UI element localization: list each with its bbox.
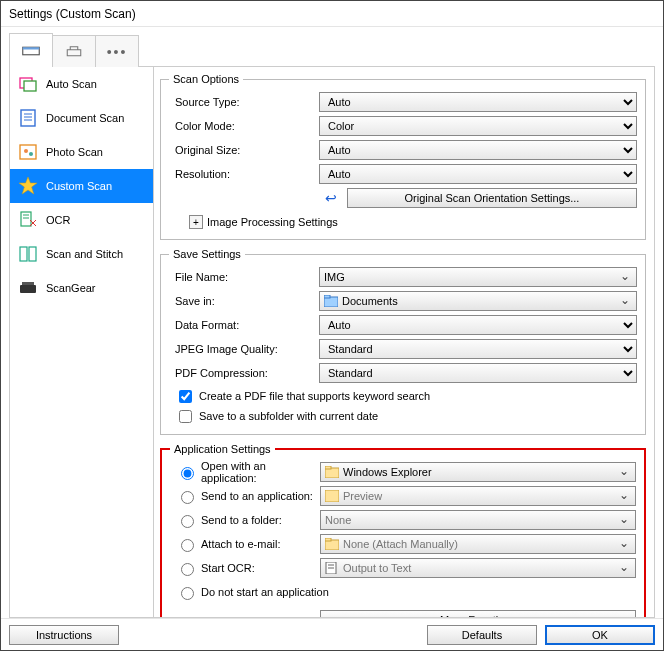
- start-ocr-label: Start OCR:: [201, 562, 255, 574]
- send-to-app-label: Send to an application:: [201, 490, 313, 502]
- sidebar-item-ocr[interactable]: OCR: [10, 203, 153, 237]
- attach-email-label: Attach to e-mail:: [201, 538, 280, 550]
- image-processing-label: Image Processing Settings: [207, 216, 338, 228]
- svg-rect-23: [325, 490, 339, 502]
- sidebar-item-scangear[interactable]: ScanGear: [10, 271, 153, 305]
- svg-rect-1: [23, 47, 40, 49]
- instructions-button[interactable]: Instructions: [9, 625, 119, 645]
- source-type-select[interactable]: Auto: [319, 92, 637, 112]
- start-ocr-select[interactable]: Output to Text: [320, 558, 636, 578]
- svg-rect-8: [20, 145, 36, 159]
- sidebar-item-custom-scan[interactable]: Custom Scan: [10, 169, 153, 203]
- printer-icon: [65, 45, 83, 59]
- tab-printer[interactable]: [52, 35, 96, 67]
- svg-point-10: [29, 152, 33, 156]
- svg-rect-16: [29, 247, 36, 261]
- attach-email-select[interactable]: None (Attach Manually): [320, 534, 636, 554]
- resolution-select[interactable]: Auto: [319, 164, 637, 184]
- orientation-settings-button[interactable]: Original Scan Orientation Settings...: [347, 188, 637, 208]
- tab-more[interactable]: •••: [95, 35, 139, 67]
- sidebar-item-label: Document Scan: [46, 112, 124, 124]
- color-mode-label: Color Mode:: [169, 120, 319, 132]
- svg-rect-3: [24, 81, 36, 91]
- tab-bar: •••: [9, 33, 655, 67]
- original-size-select[interactable]: Auto: [319, 140, 637, 160]
- svg-marker-11: [19, 177, 37, 194]
- pdf-compression-select[interactable]: Standard: [319, 363, 637, 383]
- settings-window: Settings (Custom Scan) ••• Auto Scan Doc…: [0, 0, 664, 651]
- open-with-app-radio[interactable]: [181, 467, 194, 480]
- sidebar-item-scan-stitch[interactable]: Scan and Stitch: [10, 237, 153, 271]
- svg-rect-25: [325, 538, 331, 541]
- folder-icon: [325, 538, 339, 550]
- expand-image-processing-button[interactable]: +: [189, 215, 203, 229]
- documents-folder-icon: [324, 295, 338, 307]
- scan-options-group: Scan Options Source Type: Auto Color Mod…: [160, 73, 646, 240]
- sidebar-item-label: Auto Scan: [46, 78, 97, 90]
- document-scan-icon: [18, 108, 38, 128]
- scan-stitch-icon: [18, 244, 38, 264]
- ocr-icon: [18, 210, 38, 230]
- svg-rect-22: [325, 466, 331, 469]
- pdf-keyword-search-label: Create a PDF file that supports keyword …: [199, 390, 430, 402]
- tab-scanner[interactable]: [9, 33, 53, 67]
- pdf-compression-label: PDF Compression:: [169, 367, 319, 379]
- original-size-label: Original Size:: [169, 144, 319, 156]
- pdf-keyword-search-checkbox[interactable]: [179, 390, 192, 403]
- data-format-label: Data Format:: [169, 319, 319, 331]
- svg-rect-15: [20, 247, 27, 261]
- window-body: ••• Auto Scan Document Scan Photo Scan: [1, 27, 663, 618]
- send-to-app-radio[interactable]: [181, 491, 194, 504]
- send-to-app-select[interactable]: Preview: [320, 486, 636, 506]
- save-settings-group: Save Settings File Name: IMG Save in: Do…: [160, 248, 646, 435]
- preview-icon: [325, 490, 339, 502]
- orientation-arrow-icon: ↩︎: [325, 190, 337, 206]
- save-settings-legend: Save Settings: [169, 248, 245, 260]
- sidebar-item-auto-scan[interactable]: Auto Scan: [10, 67, 153, 101]
- file-name-label: File Name:: [169, 271, 319, 283]
- file-name-combo[interactable]: IMG: [319, 267, 637, 287]
- more-functions-button[interactable]: More Functions: [320, 610, 636, 617]
- svg-rect-17: [20, 285, 36, 293]
- data-format-select[interactable]: Auto: [319, 315, 637, 335]
- open-with-app-select[interactable]: Windows Explorer: [320, 462, 636, 482]
- svg-point-9: [24, 149, 28, 153]
- start-ocr-radio[interactable]: [181, 563, 194, 576]
- svg-rect-4: [21, 110, 35, 126]
- color-mode-select[interactable]: Color: [319, 116, 637, 136]
- defaults-button[interactable]: Defaults: [427, 625, 537, 645]
- sidebar-item-photo-scan[interactable]: Photo Scan: [10, 135, 153, 169]
- ok-button[interactable]: OK: [545, 625, 655, 645]
- jpeg-quality-select[interactable]: Standard: [319, 339, 637, 359]
- jpeg-quality-label: JPEG Image Quality:: [169, 343, 319, 355]
- scangear-icon: [18, 278, 38, 298]
- windows-explorer-icon: [325, 466, 339, 478]
- dots-icon: •••: [107, 44, 128, 60]
- application-settings-legend: Application Settings: [170, 443, 275, 455]
- save-in-select[interactable]: Documents: [319, 291, 637, 311]
- do-not-start-radio[interactable]: [181, 587, 194, 600]
- save-subfolder-checkbox[interactable]: [179, 410, 192, 423]
- save-in-label: Save in:: [169, 295, 319, 307]
- svg-rect-20: [324, 295, 330, 298]
- custom-scan-icon: [18, 176, 38, 196]
- source-type-label: Source Type:: [169, 96, 319, 108]
- do-not-start-label: Do not start an application: [201, 586, 329, 598]
- sidebar-item-label: Custom Scan: [46, 180, 112, 192]
- auto-scan-icon: [18, 74, 38, 94]
- open-with-app-label: Open with an application:: [201, 460, 320, 484]
- save-subfolder-label: Save to a subfolder with current date: [199, 410, 378, 422]
- sidebar-item-label: Photo Scan: [46, 146, 103, 158]
- sidebar-item-label: Scan and Stitch: [46, 248, 123, 260]
- output-text-icon: [325, 562, 339, 574]
- window-title: Settings (Custom Scan): [1, 1, 663, 27]
- resolution-label: Resolution:: [169, 168, 319, 180]
- scan-options-legend: Scan Options: [169, 73, 243, 85]
- send-to-folder-select[interactable]: None: [320, 510, 636, 530]
- sidebar: Auto Scan Document Scan Photo Scan Custo…: [10, 67, 154, 617]
- svg-rect-18: [22, 282, 34, 285]
- send-to-folder-radio[interactable]: [181, 515, 194, 528]
- attach-email-radio[interactable]: [181, 539, 194, 552]
- sidebar-item-document-scan[interactable]: Document Scan: [10, 101, 153, 135]
- send-to-folder-label: Send to a folder:: [201, 514, 282, 526]
